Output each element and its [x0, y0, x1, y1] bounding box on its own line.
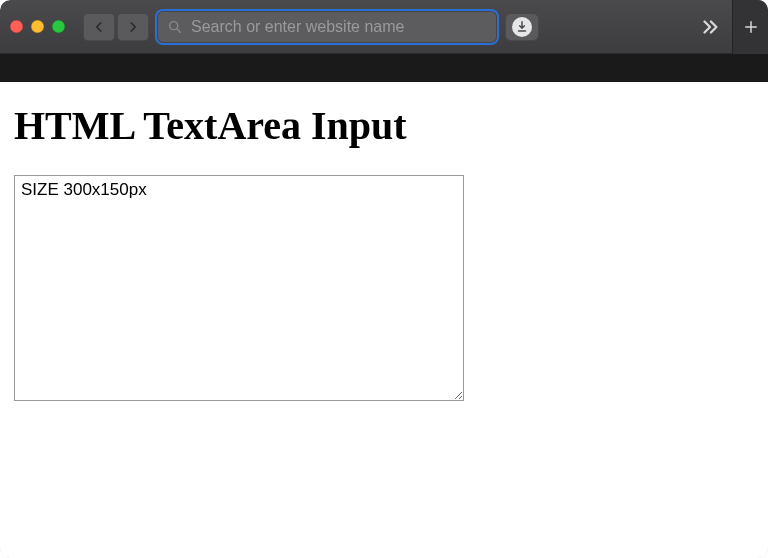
demo-textarea[interactable] — [14, 175, 464, 401]
chevrons-right-icon — [699, 16, 721, 38]
address-input[interactable] — [191, 18, 487, 36]
svg-point-0 — [170, 21, 178, 29]
new-tab-button[interactable] — [732, 0, 768, 54]
minimize-window-button[interactable] — [31, 20, 44, 33]
page-content: HTML TextArea Input — [0, 82, 768, 558]
address-bar[interactable] — [157, 11, 497, 43]
nav-buttons — [83, 13, 149, 41]
back-button[interactable] — [83, 13, 115, 41]
close-window-button[interactable] — [10, 20, 23, 33]
chevron-left-icon — [92, 20, 106, 34]
overflow-button[interactable] — [696, 13, 724, 41]
page-heading: HTML TextArea Input — [14, 102, 754, 149]
search-icon — [167, 19, 183, 35]
zoom-window-button[interactable] — [52, 20, 65, 33]
browser-window: HTML TextArea Input — [0, 0, 768, 558]
svg-line-1 — [177, 29, 180, 32]
downloads-button[interactable] — [505, 13, 539, 41]
tab-strip — [0, 54, 768, 82]
plus-icon — [742, 18, 760, 36]
titlebar — [0, 0, 768, 54]
chevron-right-icon — [126, 20, 140, 34]
forward-button[interactable] — [117, 13, 149, 41]
window-controls — [10, 20, 65, 33]
downloads-icon — [512, 17, 532, 37]
